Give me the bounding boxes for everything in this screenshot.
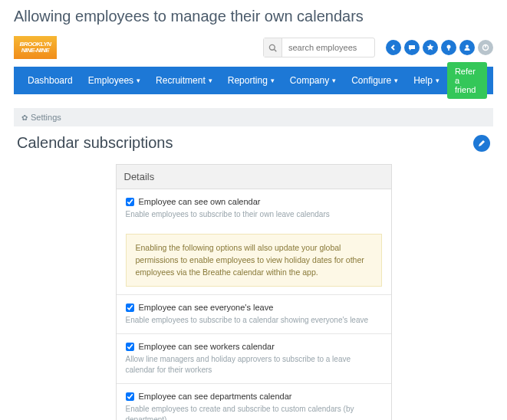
- svg-point-2: [447, 45, 451, 49]
- logo: BROOKLYN NINE-NINE: [14, 36, 57, 59]
- option-departments-calendar[interactable]: Employee can see departments calendar: [126, 392, 382, 401]
- option-desc: Enable employees to subscribe to a calen…: [126, 315, 382, 326]
- search-box[interactable]: [263, 38, 375, 57]
- caret-icon: ▾: [209, 77, 212, 84]
- search-input[interactable]: [282, 40, 374, 55]
- nav-employees[interactable]: Employees▾: [81, 67, 148, 94]
- navbar: Dashboard Employees▾ Recruitment▾ Report…: [14, 67, 493, 94]
- option-desc: Allow line managers and holiday approver…: [126, 354, 382, 376]
- permissions-alert: Enabling the following options will also…: [126, 234, 382, 287]
- option-everyone-leave[interactable]: Employee can see everyone's leave: [126, 303, 382, 312]
- svg-line-1: [275, 49, 277, 51]
- nav-help[interactable]: Help▾: [406, 67, 447, 94]
- nav-company[interactable]: Company▾: [282, 67, 344, 94]
- checkbox-departments[interactable]: [126, 392, 134, 401]
- option-own-calendar[interactable]: Employee can see own calendar: [126, 197, 382, 206]
- gear-icon: ✿: [21, 113, 28, 122]
- nav-reporting[interactable]: Reporting▾: [220, 67, 282, 94]
- option-desc: Enable employees to subscribe to their o…: [126, 209, 382, 220]
- chat-icon[interactable]: [404, 40, 420, 55]
- option-label: Employee can see departments calendar: [139, 392, 292, 401]
- checkbox-own[interactable]: [126, 198, 134, 206]
- document-title: Allowing employees to manage their own c…: [0, 0, 507, 36]
- svg-point-0: [269, 44, 275, 50]
- star-icon[interactable]: [423, 40, 438, 55]
- option-desc: Enable employees to create and subscribe…: [126, 404, 382, 420]
- edit-icon[interactable]: [473, 135, 490, 152]
- option-workers-calendar[interactable]: Employee can see workers calendar: [126, 342, 382, 351]
- breadcrumb[interactable]: ✿ Settings: [14, 108, 493, 126]
- option-label: Employee can see everyone's leave: [139, 303, 274, 312]
- panel-header: Details: [117, 165, 391, 189]
- caret-icon: ▾: [271, 77, 275, 84]
- option-label: Employee can see own calendar: [139, 197, 261, 206]
- checkbox-everyone[interactable]: [126, 304, 134, 312]
- search-icon: [264, 38, 282, 57]
- nav-recruitment[interactable]: Recruitment▾: [148, 67, 220, 94]
- user-icon[interactable]: [459, 40, 475, 55]
- caret-icon: ▾: [394, 77, 398, 84]
- topbar: BROOKLYN NINE-NINE: [14, 36, 493, 59]
- caret-icon: ▾: [436, 77, 440, 84]
- svg-point-3: [466, 45, 469, 48]
- caret-icon: ▾: [332, 77, 336, 84]
- power-icon[interactable]: [478, 40, 493, 55]
- option-label: Employee can see workers calendar: [139, 342, 275, 351]
- checkbox-workers[interactable]: [126, 343, 134, 351]
- refer-friend-button[interactable]: Refer a friend: [447, 62, 487, 99]
- back-icon[interactable]: [386, 40, 401, 55]
- details-panel: Details Employee can see own calendar En…: [116, 164, 392, 420]
- page-title: Calendar subscriptions: [17, 134, 173, 152]
- nav-configure[interactable]: Configure▾: [344, 67, 406, 94]
- caret-icon: ▾: [137, 77, 140, 84]
- nav-dashboard[interactable]: Dashboard: [20, 67, 81, 94]
- breadcrumb-label: Settings: [31, 113, 61, 122]
- location-icon[interactable]: [441, 40, 456, 55]
